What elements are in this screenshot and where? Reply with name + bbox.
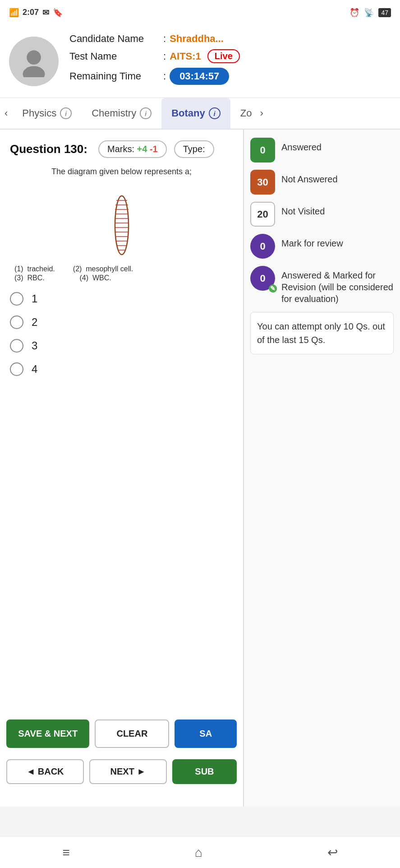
app-icon: 🔖 (53, 8, 63, 18)
check-sub-icon: ✎ (270, 285, 277, 292)
option-label-3: 3 (32, 339, 37, 352)
home-icon[interactable]: ⌂ (195, 845, 202, 860)
legend-not-visited: 20 Not Visited (250, 202, 394, 227)
test-name-row: Test Name : AITS:1 Live (69, 49, 391, 63)
action-bar: SAVE & NEXT CLEAR SA (0, 719, 243, 748)
mark-review-count: 0 (260, 241, 265, 252)
radio-2[interactable] (10, 316, 23, 329)
alarm-icon: ⏰ (349, 8, 359, 18)
status-left: 📶 2:07 ✉ 🔖 (9, 8, 63, 18)
option-1[interactable]: 1 (10, 292, 233, 306)
not-visited-badge: 20 (250, 202, 275, 227)
not-visited-label: Not Visited (281, 202, 325, 217)
option-2[interactable]: 2 (10, 316, 233, 329)
back-system-icon[interactable]: ↩ (327, 845, 338, 860)
legend-mark-review: 0 Mark for review (250, 234, 394, 259)
back-button[interactable]: ◄ BACK (6, 759, 84, 784)
answered-badge: 0 (250, 138, 275, 162)
chemistry-info-icon[interactable]: i (140, 107, 152, 119)
answered-count: 0 (260, 144, 265, 156)
candidate-row: Candidate Name : Shraddha... (69, 33, 391, 45)
physics-info-icon[interactable]: i (60, 107, 72, 119)
time-display: 2:07 (23, 8, 39, 17)
menu-icon[interactable]: ≡ (62, 845, 69, 860)
notice-text: You can attempt only 10 Qs. out of the l… (257, 321, 385, 345)
notice-box: You can attempt only 10 Qs. out of the l… (250, 312, 394, 354)
side-panel: 0 Answered 30 Not Answered 20 Not Visite… (244, 130, 400, 807)
botany-info-icon[interactable]: i (209, 107, 221, 119)
mark-review-label: Mark for review (281, 234, 343, 249)
signal-icon: 📶 (9, 8, 19, 18)
submit-button[interactable]: SUB (172, 759, 237, 784)
live-badge: Live (207, 49, 240, 63)
status-right: ⏰ 📡 47 (349, 8, 391, 18)
tab-zoology[interactable]: Zo › (230, 98, 278, 129)
legend-answered-marked: 0 ✎ Answered & Marked for Revision (will… (250, 266, 394, 305)
clear-button[interactable]: CLEAR (95, 719, 169, 748)
not-answered-badge: 30 (250, 170, 275, 195)
answered-marked-label: Answered & Marked for Revision (will be … (281, 266, 394, 305)
status-bar: 📶 2:07 ✉ 🔖 ⏰ 📡 47 (0, 0, 400, 25)
mark-review-badge: 0 (250, 234, 275, 259)
avatar (9, 37, 59, 86)
legend-answered: 0 Answered (250, 138, 394, 162)
question-header: Question 130: Marks: +4 -1 Type: (10, 140, 233, 158)
tab-botany-label: Botany (171, 107, 205, 119)
save-next-button[interactable]: SAVE & NEXT (6, 719, 89, 748)
main-content: Question 130: Marks: +4 -1 Type: The dia… (0, 130, 400, 807)
signal-strength-icon: 📡 (364, 8, 374, 18)
question-panel: Question 130: Marks: +4 -1 Type: The dia… (0, 130, 244, 807)
question-text: The diagram given below represents a; (51, 167, 192, 176)
tab-scroll-left[interactable]: ‹ (0, 107, 12, 119)
svg-point-0 (27, 50, 41, 65)
option-label-4: 4 (32, 363, 37, 376)
radio-1[interactable] (10, 292, 23, 306)
candidate-value: Shraddha... (170, 33, 224, 45)
question-title: Question 130: (10, 142, 91, 156)
tab-chemistry[interactable]: Chemistry i (82, 98, 161, 129)
header-section: Candidate Name : Shraddha... Test Name :… (0, 25, 400, 98)
legend-not-answered: 30 Not Answered (250, 170, 394, 195)
type-label: Type: (183, 144, 205, 154)
test-name-label: Test Name (69, 51, 160, 62)
radio-3[interactable] (10, 339, 23, 353)
save-button[interactable]: SA (175, 719, 237, 748)
nav-bar: ◄ BACK NEXT ► SUB (0, 759, 243, 784)
time-value: 03:14:57 (170, 68, 229, 85)
diagram-label-3: (3) RBC. (14, 274, 45, 282)
radio-4[interactable] (10, 362, 23, 376)
option-label-2: 2 (32, 316, 37, 329)
answered-marked-count: 0 (260, 273, 265, 284)
marks-badge: Marks: +4 -1 (98, 140, 167, 158)
not-answered-label: Not Answered (281, 170, 338, 185)
answered-label: Answered (281, 138, 322, 153)
time-label: Remaining Time (69, 70, 160, 82)
options-list: 1 2 3 4 (10, 292, 233, 376)
diagram-label-2: (2) mesophyll cell. (73, 265, 133, 273)
not-answered-count: 30 (257, 176, 268, 188)
marks-negative: -1 (150, 144, 158, 154)
diagram-label-4: (4) WBC. (72, 274, 111, 282)
candidate-label: Candidate Name (69, 33, 160, 45)
tab-botany[interactable]: Botany i (161, 98, 230, 129)
time-row: Remaining Time : 03:14:57 (69, 68, 391, 85)
bottom-nav-bar: ≡ ⌂ ↩ (0, 836, 400, 868)
tabs-bar: ‹ Physics i Chemistry i Botany i Zo › (0, 98, 400, 130)
tab-zoology-label: Zo (240, 107, 252, 119)
marks-positive: +4 (137, 144, 147, 154)
option-label-1: 1 (32, 292, 37, 305)
tab-chemistry-label: Chemistry (92, 107, 136, 119)
answered-marked-badge: 0 ✎ (250, 266, 275, 291)
tab-physics[interactable]: Physics i (12, 98, 82, 129)
option-4[interactable]: 4 (10, 362, 233, 376)
diagram-labels: (1) tracheid. (2) mesophyll cell. (3) RB… (10, 265, 233, 283)
diagram-label-1: (1) tracheid. (14, 265, 55, 273)
option-3[interactable]: 3 (10, 339, 233, 353)
battery-indicator: 47 (378, 8, 391, 17)
type-badge: Type: (174, 140, 214, 158)
svg-point-1 (23, 66, 45, 77)
header-info: Candidate Name : Shraddha... Test Name :… (69, 33, 391, 89)
tab-scroll-right[interactable]: › (255, 107, 267, 119)
next-button[interactable]: NEXT ► (89, 759, 167, 784)
test-name-value: AITS:1 (170, 51, 201, 62)
